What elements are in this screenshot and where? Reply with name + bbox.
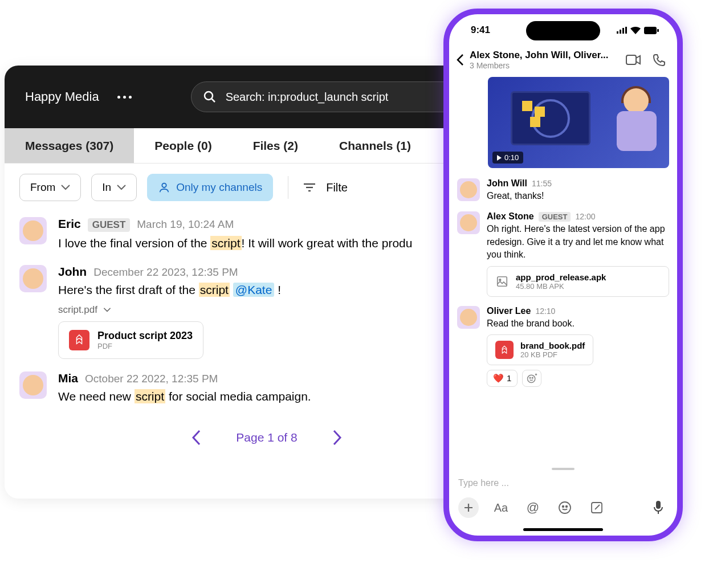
chat-messages[interactable]: 0:10 John Will 11:55 Great, thanks! Alex… bbox=[449, 77, 677, 466]
filter-only-my-channels[interactable]: Only my channels bbox=[147, 174, 273, 201]
file-meta: 45.80 MB APK bbox=[516, 282, 606, 291]
message-input[interactable]: Type here ... bbox=[449, 472, 677, 488]
smile-plus-icon bbox=[526, 373, 537, 384]
avatar bbox=[457, 211, 480, 234]
add-reaction-button[interactable] bbox=[522, 370, 541, 387]
svg-rect-10 bbox=[644, 27, 657, 34]
signal-icon bbox=[617, 27, 627, 34]
svg-point-16 bbox=[528, 375, 535, 382]
back-icon[interactable] bbox=[456, 54, 464, 66]
svg-point-25 bbox=[566, 506, 568, 508]
file-card[interactable]: brand_book.pdf 20 KB PDF bbox=[487, 334, 593, 365]
battery-icon bbox=[644, 27, 659, 34]
message-time: 12:00 bbox=[575, 212, 595, 221]
message-item: John Will 11:55 Great, thanks! bbox=[457, 178, 669, 202]
home-indicator bbox=[523, 528, 603, 531]
tab-people[interactable]: People (0) bbox=[134, 128, 232, 163]
plus-icon bbox=[463, 502, 474, 513]
mention-button[interactable]: @ bbox=[523, 498, 543, 517]
mention[interactable]: @Kate bbox=[233, 283, 275, 297]
filter-from[interactable]: From bbox=[19, 174, 81, 201]
chat-header: Alex Stone, John Will, Oliver... 3 Membe… bbox=[449, 46, 677, 77]
message-item[interactable]: Mia October 22 2022, 12:35 PM We need ne… bbox=[19, 371, 514, 406]
compose-toolbar: Aa @ bbox=[449, 488, 677, 524]
divider bbox=[288, 176, 288, 199]
avatar bbox=[19, 265, 47, 292]
input-divider bbox=[449, 466, 677, 472]
attach-button[interactable] bbox=[458, 497, 479, 518]
svg-point-24 bbox=[563, 506, 564, 508]
tab-messages[interactable]: Messages (307) bbox=[5, 128, 134, 163]
svg-rect-8 bbox=[622, 28, 624, 34]
search-text: Search: in:product_launch script bbox=[226, 91, 389, 104]
avatar bbox=[19, 371, 47, 399]
avatar bbox=[457, 306, 480, 329]
svg-rect-12 bbox=[626, 55, 636, 64]
svg-point-23 bbox=[559, 502, 571, 513]
compose-button[interactable] bbox=[587, 498, 606, 517]
svg-line-1 bbox=[211, 99, 215, 103]
message-date: October 22 2022, 12:35 PM bbox=[85, 373, 218, 385]
svg-marker-13 bbox=[636, 56, 640, 64]
play-icon bbox=[497, 155, 502, 161]
person-icon bbox=[158, 181, 170, 194]
avatar bbox=[457, 178, 480, 201]
reaction-heart[interactable]: ❤️ 1 bbox=[487, 370, 518, 387]
svg-point-15 bbox=[499, 279, 501, 280]
voice-call-icon[interactable] bbox=[652, 54, 667, 66]
pdf-icon bbox=[69, 330, 89, 350]
heart-icon: ❤️ bbox=[493, 373, 504, 383]
svg-rect-9 bbox=[625, 27, 627, 34]
chevron-down-icon bbox=[117, 185, 126, 190]
sender-name: Mia bbox=[58, 371, 78, 385]
message-text: Great, thanks! bbox=[487, 190, 669, 202]
message-text: Read the brand book. bbox=[487, 317, 669, 330]
svg-rect-7 bbox=[620, 30, 621, 34]
message-item: Oliver Lee 12:10 Read the brand book. br… bbox=[457, 306, 669, 387]
message-item: Alex Stone GUEST 12:00 Oh right. Here's … bbox=[457, 211, 669, 296]
file-type: PDF bbox=[97, 342, 193, 350]
format-button[interactable]: Aa bbox=[491, 498, 511, 517]
guest-badge: GUEST bbox=[88, 218, 131, 232]
message-date: March 19, 10:24 AM bbox=[137, 218, 234, 231]
avatar bbox=[19, 217, 47, 244]
wifi-icon bbox=[630, 27, 641, 34]
next-page-icon[interactable] bbox=[332, 430, 342, 446]
emoji-button[interactable] bbox=[555, 498, 575, 517]
video-call-icon[interactable] bbox=[626, 54, 641, 66]
voice-button[interactable] bbox=[649, 498, 668, 517]
svg-point-17 bbox=[530, 377, 531, 378]
message-time: 11:55 bbox=[532, 179, 552, 188]
more-icon[interactable] bbox=[117, 96, 132, 99]
tab-files[interactable]: Files (2) bbox=[233, 128, 319, 163]
status-time: 9:41 bbox=[471, 24, 490, 36]
message-text: Oh right. Here's the latest version of t… bbox=[487, 223, 669, 261]
drag-handle-icon[interactable] bbox=[552, 468, 575, 470]
sender-name: Eric bbox=[58, 217, 81, 231]
video-attachment[interactable]: 0:10 bbox=[488, 77, 669, 168]
sender-name: Oliver Lee bbox=[487, 306, 531, 316]
filter-label[interactable]: Filte bbox=[326, 181, 348, 194]
file-card[interactable]: Product script 2023 PDF bbox=[58, 321, 203, 359]
video-duration-badge: 0:10 bbox=[492, 152, 523, 164]
sender-name: John Will bbox=[487, 178, 527, 189]
file-card[interactable]: app_prod_release.apk 45.80 MB APK bbox=[487, 266, 669, 297]
message-item[interactable]: Eric GUEST March 19, 10:24 AM I love the… bbox=[19, 217, 514, 252]
search-icon bbox=[203, 90, 217, 104]
filter-in[interactable]: In bbox=[91, 174, 137, 201]
svg-point-18 bbox=[532, 377, 533, 378]
chevron-down-icon bbox=[103, 308, 111, 312]
file-name: brand_book.pdf bbox=[520, 341, 585, 350]
svg-point-0 bbox=[205, 92, 213, 100]
prev-page-icon[interactable] bbox=[192, 430, 202, 446]
tab-channels[interactable]: Channels (1) bbox=[319, 128, 431, 163]
message-item[interactable]: John December 22 2023, 12:35 PM Here's t… bbox=[19, 265, 514, 360]
chat-subtitle: 3 Members bbox=[470, 61, 614, 70]
chevron-down-icon bbox=[61, 185, 70, 190]
page-label: Page 1 of 8 bbox=[236, 431, 297, 444]
filter-icon[interactable] bbox=[303, 182, 316, 193]
guest-badge: GUEST bbox=[539, 212, 571, 222]
svg-rect-6 bbox=[617, 31, 618, 34]
sender-name: Alex Stone bbox=[487, 211, 534, 222]
chat-title: Alex Stone, John Will, Oliver... bbox=[470, 50, 614, 61]
